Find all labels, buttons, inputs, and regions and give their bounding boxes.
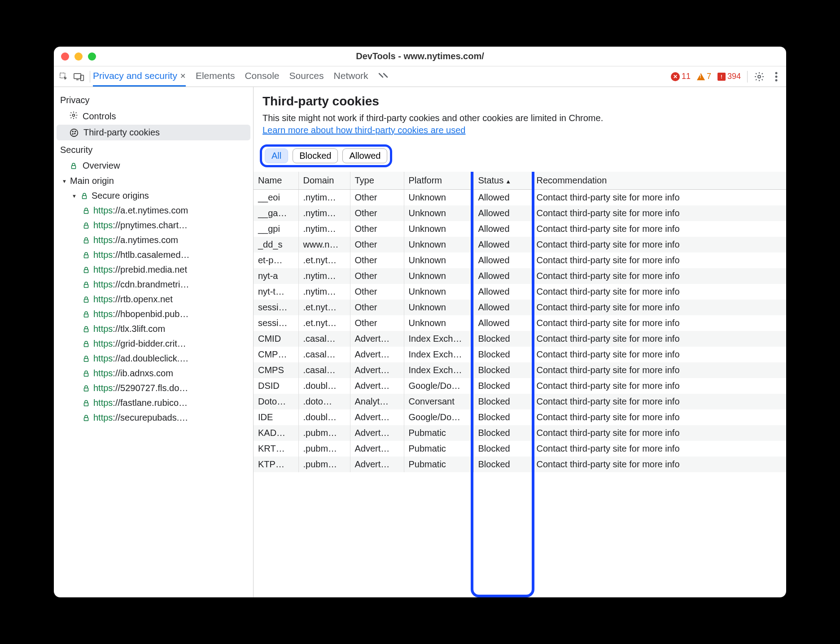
sidebar-item-controls[interactable]: Controls: [54, 108, 253, 125]
table-row[interactable]: nyt-a.nytim…OtherUnknownAllowedContact t…: [254, 268, 786, 284]
table-row[interactable]: KRT….pubm…Advert…PubmaticBlockedContact …: [254, 441, 786, 457]
sidebar-origin-item[interactable]: https://hbopenbid.pub…: [54, 307, 253, 322]
sidebar-origin-item[interactable]: https://grid-bidder.crit…: [54, 336, 253, 351]
cell-recommendation: Contact third-party site for more info: [532, 300, 786, 315]
tab-network[interactable]: Network: [334, 66, 368, 87]
svg-rect-26: [84, 373, 88, 376]
sidebar-origin-item[interactable]: https://ad.doubleclick.…: [54, 351, 253, 366]
issues-count-label: 394: [727, 72, 741, 81]
sidebar-origin-item[interactable]: https://fastlane.rubico…: [54, 396, 253, 410]
error-count[interactable]: ✕ 11: [671, 72, 691, 81]
settings-button[interactable]: [754, 71, 765, 82]
cell-status: Allowed: [473, 315, 532, 331]
cell-recommendation: Contact third-party site for more info: [532, 252, 786, 268]
lock-icon: [82, 369, 91, 378]
table-row[interactable]: Doto….doto…Analyt…ConversantBlockedConta…: [254, 394, 786, 409]
filter-all-button[interactable]: All: [265, 148, 288, 163]
sidebar-origin-item[interactable]: https://ib.adnxs.com: [54, 366, 253, 381]
table-row[interactable]: DSID.doubl…Advert…Google/Do…BlockedConta…: [254, 378, 786, 394]
cell-status: Allowed: [473, 252, 532, 268]
table-row[interactable]: sessi….et.nyt…OtherUnknownAllowedContact…: [254, 315, 786, 331]
cell-name: _dd_s: [254, 237, 298, 252]
column-header-name[interactable]: Name: [254, 172, 298, 190]
more-tabs-button[interactable]: [378, 66, 388, 87]
cell-domain: .doubl…: [298, 409, 350, 425]
tab-close-icon[interactable]: ✕: [180, 72, 186, 80]
tab-console[interactable]: Console: [245, 66, 279, 87]
learn-more-link[interactable]: Learn more about how third-party cookies…: [262, 125, 465, 135]
warning-icon: [697, 73, 705, 80]
table-row[interactable]: et-p….et.nyt…OtherUnknownAllowedContact …: [254, 252, 786, 268]
table-row[interactable]: sessi….et.nyt…OtherUnknownAllowedContact…: [254, 300, 786, 315]
tab-sources[interactable]: Sources: [289, 66, 324, 87]
table-row[interactable]: __eoi.nytim…OtherUnknownAllowedContact t…: [254, 190, 786, 206]
sidebar-origin-item[interactable]: https://tlx.3lift.com: [54, 322, 253, 336]
column-header-status[interactable]: Status▲: [473, 172, 532, 190]
sidebar-origin-item[interactable]: https://pnytimes.chart…: [54, 218, 253, 233]
filter-blocked-button[interactable]: Blocked: [293, 148, 338, 163]
tab-label: Elements: [196, 70, 235, 81]
column-header-type[interactable]: Type: [350, 172, 404, 190]
origin-label: https://rtb.openx.net: [93, 294, 173, 305]
sidebar-origin-item[interactable]: https://a.et.nytimes.com: [54, 203, 253, 218]
warning-count-label: 7: [707, 72, 711, 81]
table-row[interactable]: __gpi.nytim…OtherUnknownAllowedContact t…: [254, 221, 786, 237]
column-header-domain[interactable]: Domain: [298, 172, 350, 190]
table-row[interactable]: CMP….casal…Advert…Index Exch…BlockedCont…: [254, 347, 786, 362]
cell-name: KRT…: [254, 441, 298, 457]
table-row[interactable]: CMPS.casal…Advert…Index Exch…BlockedCont…: [254, 362, 786, 378]
cell-recommendation: Contact third-party site for more info: [532, 362, 786, 378]
cell-type: Advert…: [350, 425, 404, 441]
sidebar-item-overview[interactable]: Overview: [54, 158, 253, 174]
cell-name: nyt-a: [254, 268, 298, 284]
main-panel: Third-party cookies This site might not …: [254, 87, 786, 597]
table-row[interactable]: KAD….pubm…Advert…PubmaticBlockedContact …: [254, 425, 786, 441]
svg-rect-24: [84, 344, 88, 347]
table-row[interactable]: KTP….pubm…Advert…PubmaticBlockedContact …: [254, 457, 786, 472]
inspect-element-icon[interactable]: [58, 71, 69, 82]
window-title: DevTools - www.nytimes.com/: [54, 51, 786, 61]
cell-status: Allowed: [473, 221, 532, 237]
cell-domain: www.n…: [298, 237, 350, 252]
issues-count[interactable]: ! 394: [718, 72, 741, 81]
sidebar-tree-secure-origins[interactable]: ▼ Secure origins: [54, 188, 253, 203]
cell-platform: Unknown: [404, 315, 473, 331]
sidebar-origin-item[interactable]: https://securepubads.…: [54, 410, 253, 425]
sidebar-item-label: Overview: [83, 161, 120, 171]
sidebar-origin-item[interactable]: https://a.nytimes.com: [54, 233, 253, 248]
table-row[interactable]: _dd_swww.n…OtherUnknownAllowedContact th…: [254, 237, 786, 252]
table-row[interactable]: __ga….nytim…OtherUnknownAllowedContact t…: [254, 205, 786, 221]
maximize-window-button[interactable]: [88, 52, 96, 61]
tree-label: Main origin: [70, 176, 114, 186]
toolbar: Privacy and security ✕ Elements Console …: [54, 66, 786, 87]
sidebar-origin-item[interactable]: https://cdn.brandmetri…: [54, 277, 253, 292]
warning-count[interactable]: 7: [697, 72, 711, 81]
lock-icon: [82, 251, 91, 260]
table-row[interactable]: IDE.doubl…Advert…Google/Do…BlockedContac…: [254, 409, 786, 425]
tab-elements[interactable]: Elements: [196, 66, 235, 87]
cell-recommendation: Contact third-party site for more info: [532, 221, 786, 237]
cell-type: Other: [350, 252, 404, 268]
minimize-window-button[interactable]: [74, 52, 83, 61]
column-header-recommendation[interactable]: Recommendation: [532, 172, 786, 190]
column-header-platform[interactable]: Platform: [404, 172, 473, 190]
chevron-down-icon: ▼: [62, 178, 67, 184]
lock-icon: [82, 399, 91, 408]
cell-type: Other: [350, 205, 404, 221]
table-row[interactable]: nyt-t….nytim…OtherUnknownAllowedContact …: [254, 284, 786, 300]
device-toggle-icon[interactable]: [74, 71, 84, 82]
kebab-menu-button[interactable]: [771, 71, 782, 82]
close-window-button[interactable]: [61, 52, 69, 61]
cell-status: Allowed: [473, 268, 532, 284]
table-row[interactable]: CMID.casal…Advert…Index Exch…BlockedCont…: [254, 331, 786, 347]
sidebar-item-third-party-cookies[interactable]: Third-party cookies: [57, 125, 250, 140]
sidebar-origin-item[interactable]: https://htlb.casalemed…: [54, 248, 253, 262]
filter-allowed-button[interactable]: Allowed: [342, 148, 387, 163]
sidebar-origin-item[interactable]: https://prebid.media.net: [54, 262, 253, 277]
sidebar-origin-item[interactable]: https://5290727.fls.do…: [54, 381, 253, 396]
cell-recommendation: Contact third-party site for more info: [532, 284, 786, 300]
tab-privacy-security[interactable]: Privacy and security ✕: [93, 66, 186, 87]
sidebar-tree-main-origin[interactable]: ▼ Main origin: [54, 174, 253, 188]
cell-name: Doto…: [254, 394, 298, 409]
sidebar-origin-item[interactable]: https://rtb.openx.net: [54, 292, 253, 307]
